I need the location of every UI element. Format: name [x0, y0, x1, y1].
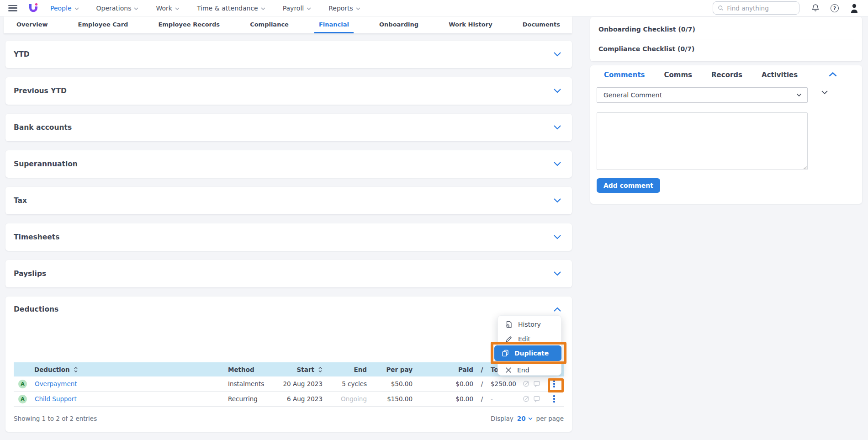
chevron-down-icon: [796, 93, 802, 97]
accordion-timesheets[interactable]: Timesheets: [5, 223, 572, 251]
accordion-deductions[interactable]: Deductions: [5, 297, 572, 322]
cell-start: 20 Aug 2023: [277, 380, 323, 387]
tab-employee-records[interactable]: Employee Records: [153, 16, 224, 33]
comment-bubble-icon[interactable]: [533, 395, 540, 403]
bell-icon[interactable]: [811, 4, 820, 12]
accordion-superannuation[interactable]: Superannuation: [5, 150, 572, 178]
column-header-method: Method: [228, 366, 277, 373]
onboarding-checklist-item[interactable]: Onboarding Checklist (0/7): [598, 20, 854, 39]
accordion-payslips[interactable]: Payslips: [5, 260, 572, 287]
accordion-bank-accounts[interactable]: Bank accounts: [5, 114, 572, 141]
section-title: Bank accounts: [14, 123, 72, 132]
hamburger-menu-icon[interactable]: [8, 5, 17, 11]
comment-bubble-icon[interactable]: [533, 380, 540, 387]
deduction-link[interactable]: Child Support: [35, 395, 77, 403]
chevron-down-icon: [175, 7, 180, 10]
sort-icon: [318, 366, 323, 373]
page-size-dropdown[interactable]: 20: [517, 415, 533, 422]
menu-item-label: End: [517, 366, 529, 374]
history-icon: [505, 321, 513, 328]
global-search: [713, 1, 799, 15]
section-title: Deductions: [14, 305, 58, 313]
per-page-label: per page: [536, 415, 564, 422]
column-header-slash: /: [473, 366, 491, 373]
nav-item-work[interactable]: Work: [156, 5, 179, 12]
section-title: Payslips: [14, 270, 46, 278]
tab-financial[interactable]: Financial: [314, 16, 354, 33]
tab-overview[interactable]: Overview: [12, 16, 53, 33]
cell-method: Instalments: [228, 380, 277, 387]
nav-item-operations[interactable]: Operations: [96, 5, 139, 12]
tab-comms[interactable]: Comms: [664, 71, 693, 79]
column-header-per-pay: Per pay: [367, 366, 413, 373]
menu-item-history[interactable]: History: [498, 317, 561, 332]
comment-type-select[interactable]: General Comment: [597, 87, 808, 103]
top-bar: People Operations Work Time & attendance…: [0, 0, 868, 16]
accordion-previous-ytd[interactable]: Previous YTD: [5, 77, 572, 105]
menu-item-edit[interactable]: Edit: [498, 332, 561, 346]
tab-compliance[interactable]: Compliance: [245, 16, 293, 33]
deductions-section: Deductions Add Deduction Method Start En…: [5, 297, 572, 432]
chevron-down-icon: [554, 271, 561, 276]
collapse-panel-chevron-up-icon[interactable]: [829, 72, 837, 77]
accordion-ytd[interactable]: YTD: [5, 41, 572, 68]
row-actions-kebab-icon[interactable]: [551, 378, 557, 389]
nav-label: Reports: [328, 5, 353, 12]
status-badge: A: [18, 380, 27, 388]
deduction-link[interactable]: Overpayment: [35, 380, 77, 387]
chevron-down-icon: [554, 89, 561, 93]
tab-employee-card[interactable]: Employee Card: [74, 16, 133, 33]
user-avatar[interactable]: [850, 3, 859, 13]
table-pagination: Showing 1 to 2 of 2 entries Display 20 p…: [14, 411, 564, 426]
comments-card: Comments Comms Records Activities Genera…: [590, 65, 862, 204]
comment-textarea[interactable]: [597, 112, 808, 170]
menu-item-duplicate[interactable]: Duplicate: [494, 345, 561, 361]
menu-item-label: History: [518, 321, 541, 328]
tab-onboarding[interactable]: Onboarding: [375, 16, 423, 33]
cell-total: -: [491, 395, 522, 403]
nav-item-reports[interactable]: Reports: [328, 5, 360, 12]
search-input[interactable]: [727, 5, 794, 12]
cell-end: 5 cycles: [323, 380, 367, 387]
section-title: Timesheets: [14, 233, 59, 241]
nav-item-payroll[interactable]: Payroll: [283, 5, 311, 12]
accordion-tax[interactable]: Tax: [5, 187, 572, 214]
row-actions-kebab-icon[interactable]: [551, 393, 557, 404]
edit-circle-icon[interactable]: [523, 380, 530, 387]
nav-label: Time & attendance: [197, 5, 258, 12]
tab-work-history[interactable]: Work History: [444, 16, 497, 33]
nav-item-time-attendance[interactable]: Time & attendance: [197, 5, 265, 12]
column-header-start[interactable]: Start: [277, 366, 323, 373]
compliance-checklist-item[interactable]: Compliance Checklist (0/7): [598, 39, 854, 58]
nav-item-people[interactable]: People: [50, 5, 79, 12]
help-icon[interactable]: [831, 4, 839, 12]
add-comment-button[interactable]: Add comment: [597, 178, 660, 193]
tab-documents[interactable]: Documents: [518, 16, 565, 33]
cell-per-pay: $50.00: [367, 380, 413, 387]
cell-start: 6 Aug 2023: [277, 395, 323, 403]
column-header-deduction[interactable]: Deduction: [14, 366, 228, 373]
section-title: Tax: [14, 196, 27, 205]
chevron-down-icon: [74, 7, 79, 10]
tab-activities[interactable]: Activities: [762, 71, 798, 79]
app-logo[interactable]: [28, 3, 38, 14]
section-title: Superannuation: [14, 160, 78, 168]
tab-comments[interactable]: Comments: [604, 71, 645, 79]
chevron-down-icon: [554, 52, 561, 57]
comments-tab-bar: Comments Comms Records Activities: [604, 71, 798, 79]
menu-item-end[interactable]: End: [498, 363, 561, 377]
chevron-down-icon: [356, 7, 360, 10]
column-header-paid: Paid: [413, 366, 473, 373]
tab-records[interactable]: Records: [711, 71, 742, 79]
nav-label: Operations: [96, 5, 132, 12]
nav-label: Work: [156, 5, 172, 12]
chevron-down-icon: [554, 162, 561, 166]
search-icon: [718, 5, 724, 11]
table-header-row: Deduction Method Start End Per pay Paid …: [14, 362, 564, 376]
edit-circle-icon[interactable]: [523, 395, 530, 403]
chevron-down-icon: [307, 7, 311, 10]
chevron-down-icon: [554, 125, 561, 130]
table-row: A Child Support Recurring 6 Aug 2023 Ong…: [14, 392, 564, 407]
cell-slash: /: [473, 395, 491, 403]
chevron-down-icon[interactable]: [821, 90, 828, 95]
